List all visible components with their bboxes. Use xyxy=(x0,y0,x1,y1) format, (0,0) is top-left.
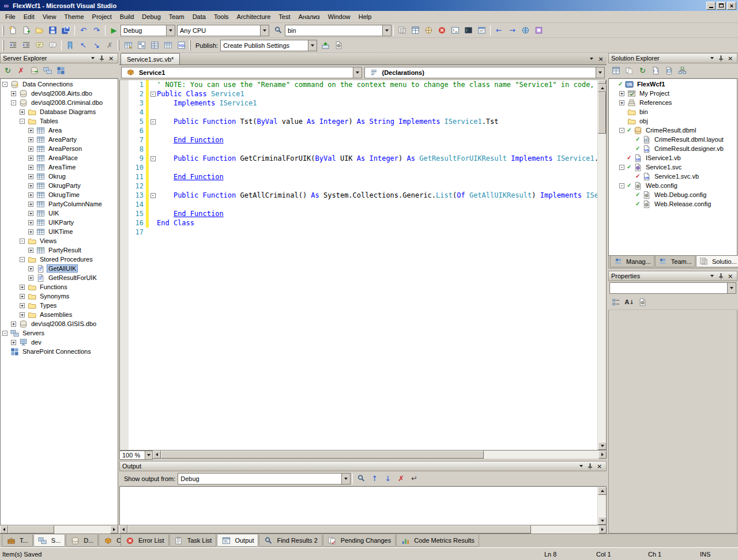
publish-icon[interactable] xyxy=(319,39,332,52)
tree-item-service1-svc[interactable]: -✓Service1.svc xyxy=(609,162,737,172)
word-wrap-icon[interactable]: ↵ xyxy=(408,472,421,485)
menu-debug[interactable]: Debug xyxy=(138,12,164,22)
close-icon[interactable]: × xyxy=(107,55,115,62)
collapse-icon[interactable]: - xyxy=(20,239,25,244)
scroll-down-icon[interactable] xyxy=(598,442,607,450)
solution-configurations-dropdown[interactable]: Debug xyxy=(121,25,175,36)
dock-tab-solutio[interactable]: Solutio... xyxy=(696,256,738,267)
expand-icon[interactable]: + xyxy=(28,192,33,198)
expand-icon[interactable]: + xyxy=(28,220,33,225)
collapse-region-icon[interactable]: - xyxy=(150,119,156,124)
tree-item-functions[interactable]: +Functions xyxy=(1,282,118,292)
properties-icon[interactable] xyxy=(609,65,623,77)
show-all-files-icon[interactable] xyxy=(623,65,636,77)
close-document-icon[interactable]: × xyxy=(596,54,605,63)
clear-bookmarks-icon[interactable]: ✗ xyxy=(103,39,116,52)
minimize-icon[interactable] xyxy=(706,2,716,10)
alphabetical-icon[interactable]: A↓ xyxy=(623,296,636,309)
expand-icon[interactable]: + xyxy=(20,109,25,115)
code-line-11[interactable]: 11 End Function xyxy=(120,172,597,181)
maximize-icon[interactable] xyxy=(717,2,726,10)
expand-icon[interactable]: + xyxy=(28,266,33,271)
new-project-icon[interactable] xyxy=(6,24,20,37)
window-position-icon[interactable] xyxy=(88,55,97,62)
members-dropdown[interactable]: (Declarations) xyxy=(364,67,605,78)
uncomment-icon[interactable] xyxy=(46,39,59,52)
connect-database-icon[interactable] xyxy=(28,65,41,77)
collapse-icon[interactable]: - xyxy=(2,331,7,336)
tree-item-service1-svc-vb[interactable]: ✓VBService1.svc.vb xyxy=(609,172,737,181)
expand-icon[interactable]: + xyxy=(28,202,33,207)
save-icon[interactable] xyxy=(46,24,59,37)
menu-help[interactable]: Help xyxy=(355,12,376,22)
open-file-icon[interactable] xyxy=(33,24,46,37)
dropdown-arrow-icon[interactable] xyxy=(596,67,604,78)
menu-data[interactable]: Data xyxy=(189,12,210,22)
code-line-2[interactable]: 2-Public Class Service1 xyxy=(120,89,597,99)
scroll-right-icon[interactable] xyxy=(598,525,607,533)
undo-icon[interactable]: ↶ xyxy=(77,24,90,37)
code-editor[interactable]: 1' NOTE: You can use the "Rename" comman… xyxy=(119,80,607,451)
tab-t[interactable]: T... xyxy=(2,535,33,547)
tab-error-list[interactable]: Error List xyxy=(121,535,169,547)
previous-bookmark-icon[interactable]: ↖ xyxy=(77,39,90,52)
class-icon[interactable] xyxy=(124,67,137,78)
menu-[interactable]: Анализ xyxy=(294,12,323,22)
find-in-files-icon[interactable] xyxy=(272,24,285,37)
view-designer-icon[interactable] xyxy=(662,65,676,77)
expand-icon[interactable]: + xyxy=(28,146,33,152)
tab-code-metrics-results[interactable]: Code Metrics Results xyxy=(396,535,479,547)
command-window-icon[interactable] xyxy=(462,24,475,37)
code-line-9[interactable]: 9- Public Function GetCriminalForUIK(ByV… xyxy=(120,154,597,163)
menu-edit[interactable]: Edit xyxy=(20,12,39,22)
next-bookmark-icon[interactable]: ↘ xyxy=(90,39,103,52)
dock-tab-manag[interactable]: Manag... xyxy=(610,256,654,267)
add-sharepoint-icon[interactable] xyxy=(54,65,67,77)
scroll-down-icon[interactable] xyxy=(598,517,607,525)
tab-find-results-2[interactable]: Find Results 2 xyxy=(259,535,322,547)
save-all-icon[interactable] xyxy=(59,24,73,37)
tree-item-stored-procedures[interactable]: -Stored Procedures xyxy=(1,255,118,264)
solution-platforms-dropdown[interactable]: Any CPU xyxy=(177,25,269,36)
code-line-4[interactable]: 4 xyxy=(120,108,597,117)
tab-task-list[interactable]: Task List xyxy=(170,535,217,547)
code-line-7[interactable]: 7 End Function xyxy=(120,135,597,145)
scroll-left-icon[interactable] xyxy=(0,525,8,533)
collapse-icon[interactable]: - xyxy=(11,100,16,105)
new-query-icon[interactable] xyxy=(122,39,135,52)
scroll-up-icon[interactable] xyxy=(598,487,607,495)
properties-object-dropdown[interactable] xyxy=(609,282,736,294)
code-line-6[interactable]: 6 xyxy=(120,126,597,135)
expand-icon[interactable]: + xyxy=(28,183,33,188)
connect-server-icon[interactable] xyxy=(41,65,54,77)
collapse-icon[interactable]: - xyxy=(619,165,624,170)
collapse-icon[interactable]: - xyxy=(20,257,25,262)
increase-indent-icon[interactable] xyxy=(20,39,33,52)
tree-item-dev-sql2008-criminal-dbo[interactable]: -dev\sql2008.Criminal.dbo xyxy=(1,98,118,107)
dropdown-arrow-icon[interactable] xyxy=(341,474,350,484)
tree-item-crimeresult-designer-vb[interactable]: ✓VBCrimeResult.designer.vb xyxy=(609,144,737,153)
show-diagram-pane-icon[interactable] xyxy=(135,39,148,52)
tree-item-areaplace[interactable]: +AreaPlace xyxy=(1,153,118,162)
scroll-thumb[interactable] xyxy=(127,525,531,533)
code-line-14[interactable]: 14 xyxy=(120,200,597,209)
tab-d[interactable]: D... xyxy=(66,535,98,547)
scroll-left-icon[interactable] xyxy=(119,525,127,533)
property-pages-icon[interactable] xyxy=(636,296,649,309)
tree-item-areaparty[interactable]: +AreaParty xyxy=(1,135,118,144)
tree-item-crimeresult-dbml-layout[interactable]: ✓CrimeResult.dbml.layout xyxy=(609,135,737,144)
publish-settings-icon[interactable] xyxy=(332,39,345,52)
toolbar-grip[interactable] xyxy=(189,40,191,51)
show-results-pane-icon[interactable] xyxy=(161,39,175,52)
show-sql-pane-icon[interactable]: SQL xyxy=(175,39,188,52)
close-icon[interactable]: × xyxy=(727,2,736,10)
redo-icon[interactable]: ↷ xyxy=(90,24,103,37)
tree-item-partyresult[interactable]: +PartyResult xyxy=(1,245,118,255)
types-dropdown[interactable]: Service1 xyxy=(121,67,362,78)
tree-item-types[interactable]: +Types xyxy=(1,301,118,310)
expand-icon[interactable]: + xyxy=(11,91,16,96)
tree-item-web-config[interactable]: -✓Web.config xyxy=(609,181,737,190)
object-browser-icon[interactable] xyxy=(422,24,435,37)
navigate-forward-icon[interactable]: → xyxy=(506,24,519,37)
expand-icon[interactable]: + xyxy=(28,275,33,281)
